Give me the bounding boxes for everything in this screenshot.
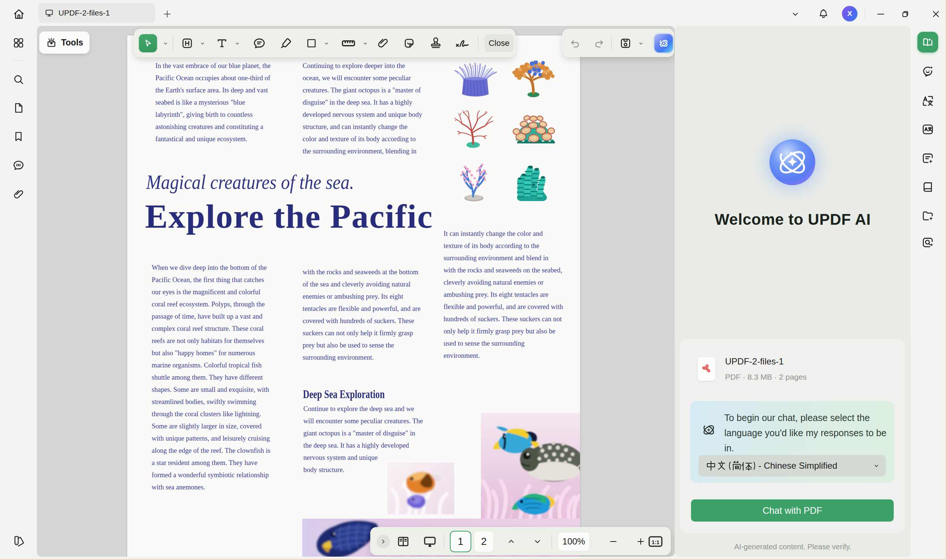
minus-icon <box>608 536 618 547</box>
chat-smiley-sparkle-icon <box>921 64 935 78</box>
signature-icon <box>454 36 471 51</box>
sidebar-item-search[interactable] <box>12 73 25 86</box>
total-pages-value: 2 <box>481 536 486 548</box>
book-sparkle-icon <box>921 36 934 48</box>
sidebar-item-attachments[interactable] <box>12 188 25 201</box>
heading-tool-dropdown[interactable] <box>197 29 208 57</box>
actual-size-button[interactable]: 1:1 <box>645 528 666 555</box>
ai-search-button[interactable] <box>921 236 935 249</box>
home-icon <box>12 8 26 21</box>
pen-tool-button[interactable] <box>277 29 295 57</box>
select-tool-dropdown[interactable] <box>160 29 171 57</box>
undo-icon <box>569 37 581 49</box>
ai-summarize-button[interactable] <box>921 152 935 165</box>
ai-assistant-button[interactable] <box>654 34 673 52</box>
doc-heading-script: Magical creatures of the sea. <box>146 171 354 194</box>
expand-nav-button[interactable] <box>376 535 390 548</box>
chevron-down-icon <box>234 40 241 46</box>
measure-tool-button[interactable] <box>338 29 359 57</box>
fish-photo-small <box>387 462 454 514</box>
ai-translate-page-button[interactable] <box>921 123 935 136</box>
shape-tool-button[interactable] <box>303 29 319 57</box>
undo-button[interactable] <box>568 29 583 57</box>
ai-chat-button[interactable] <box>921 64 935 78</box>
document-tab[interactable]: UPDF-2-files-1 <box>39 3 155 23</box>
presentation-button[interactable] <box>420 528 440 555</box>
sidebar-item-comments[interactable] <box>12 159 25 172</box>
plus-icon <box>162 9 173 19</box>
paperclip-icon <box>12 188 25 201</box>
doc-paragraph-octopus: with the rocks and seaweeds at the botto… <box>302 266 432 364</box>
shape-tool-dropdown[interactable] <box>321 29 332 57</box>
sidebar-item-pages[interactable] <box>12 102 25 114</box>
total-pages-box[interactable]: 2 <box>474 531 494 552</box>
search-sparkle-icon <box>921 236 935 249</box>
stamp-tool-button[interactable] <box>427 29 445 57</box>
sidebar-item-appearance[interactable] <box>12 534 25 547</box>
next-page-button[interactable] <box>529 528 546 555</box>
reading-view-button[interactable] <box>394 528 412 555</box>
save-button[interactable] <box>617 29 634 57</box>
redo-icon <box>593 37 605 49</box>
coral-photo-pink-blue <box>456 159 492 202</box>
close-edit-button[interactable]: Close <box>484 34 514 52</box>
ruler-icon <box>340 35 356 51</box>
coral-photo-sponge <box>513 161 551 203</box>
toolbox-icon <box>46 37 57 48</box>
ai-book-button[interactable] <box>921 180 935 194</box>
sidebar-item-bookmarks[interactable] <box>12 130 25 143</box>
notifications-button[interactable] <box>818 8 829 19</box>
square-icon <box>305 37 318 49</box>
text-tool-button[interactable] <box>214 29 230 57</box>
home-button[interactable] <box>12 8 26 21</box>
signature-tool-button[interactable] <box>452 29 474 57</box>
avatar[interactable]: X <box>842 6 858 22</box>
titlebar-chevron-button[interactable] <box>790 9 800 19</box>
chat-with-pdf-button[interactable]: Chat with PDF <box>691 499 894 522</box>
sidebar-item-thumbnails[interactable] <box>12 37 25 49</box>
ai-greeting-text: To begin our chat, please select the lan… <box>724 410 891 456</box>
restore-button[interactable] <box>900 9 910 19</box>
coral-photo-plates <box>511 113 556 146</box>
stamp-icon <box>429 37 443 50</box>
chevron-up-icon <box>506 537 516 546</box>
minimize-button[interactable] <box>876 9 886 19</box>
measure-tool-dropdown[interactable] <box>359 29 371 57</box>
ai-file-sparkle-button[interactable] <box>921 209 935 223</box>
search-icon <box>12 73 25 86</box>
language-select[interactable]: - Chinese Simplified <box>699 455 886 477</box>
tab-title: UPDF-2-files-1 <box>59 9 110 17</box>
tools-button[interactable]: Tools <box>39 31 89 54</box>
avatar-initial: X <box>847 9 852 18</box>
comment-tool-button[interactable] <box>250 29 268 57</box>
translate-square-icon <box>921 123 935 136</box>
language-cjk-glyphs <box>706 460 756 472</box>
ai-welcome-title: Welcome to UPDF AI <box>675 211 911 228</box>
sidebar-divider <box>12 61 25 61</box>
ai-message-bubble: To begin our chat, please select the lan… <box>690 401 895 483</box>
toolbar-divider <box>552 535 552 548</box>
ai-translate-button[interactable] <box>921 94 935 107</box>
new-tab-button[interactable] <box>162 9 173 19</box>
zoom-out-button[interactable] <box>605 528 622 555</box>
page-navigation-bar: 1 2 100% 1:1 <box>370 527 671 555</box>
select-tool-button[interactable] <box>139 34 157 52</box>
coral-photo-red-fan <box>454 110 494 148</box>
language-select-label: - Chinese Simplified <box>758 461 837 471</box>
zoom-level-box[interactable]: 100% <box>558 532 590 551</box>
window-close-button[interactable] <box>931 9 941 19</box>
sticker-tool-button[interactable] <box>400 29 418 57</box>
save-dropdown[interactable] <box>635 29 646 57</box>
comment-icon <box>12 159 25 172</box>
ai-tools-sidebar <box>911 26 947 557</box>
previous-page-button[interactable] <box>503 528 519 555</box>
attachment-tool-button[interactable] <box>374 29 392 57</box>
tools-label: Tools <box>61 38 83 48</box>
heading-tool-button[interactable] <box>179 29 195 57</box>
ai-read-mode-button[interactable] <box>918 32 938 52</box>
redo-button[interactable] <box>592 29 606 57</box>
current-page-input[interactable]: 1 <box>450 531 471 552</box>
text-tool-dropdown[interactable] <box>231 29 243 57</box>
doc-paragraph-reef: When we dive deep into the bottom of the… <box>152 262 274 494</box>
pdf-swirl-icon <box>700 362 713 375</box>
